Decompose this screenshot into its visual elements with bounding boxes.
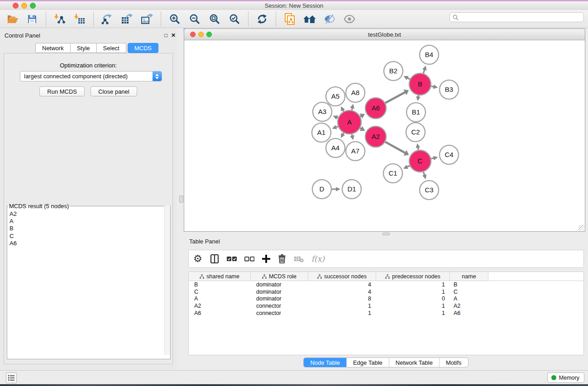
table-settings-icon[interactable]: ⚙ — [193, 253, 202, 265]
table-row[interactable]: A2connector11A2 — [189, 302, 583, 310]
graph-node[interactable]: B — [409, 73, 431, 95]
memory-button[interactable]: Memory — [547, 372, 584, 383]
export-table-icon[interactable] — [120, 11, 135, 27]
graph-node[interactable]: B4 — [420, 45, 439, 64]
select-all-checkboxes-icon[interactable] — [227, 253, 237, 265]
hide-graphics-details-icon[interactable] — [322, 11, 337, 27]
graph-node[interactable]: A8 — [346, 83, 365, 102]
save-session-icon[interactable] — [24, 11, 40, 27]
vertical-splitter-handle[interactable] — [179, 195, 183, 203]
zoom-window-button[interactable] — [30, 3, 36, 9]
mcds-result-item[interactable]: C — [10, 233, 170, 240]
mcds-result-item[interactable]: A2 — [10, 210, 170, 218]
zoom-out-icon[interactable] — [187, 11, 202, 27]
network-view-window[interactable]: testGlobe.txt B4B2BB3A5A8A6B1A3AA1C2A2A4… — [184, 29, 585, 232]
graph-edge[interactable] — [332, 187, 340, 191]
tab-network[interactable]: Network — [35, 43, 71, 53]
graph-edge[interactable] — [416, 95, 421, 101]
graph-edge[interactable] — [350, 104, 354, 110]
graph-node[interactable]: A4 — [326, 138, 345, 157]
tab-motifs[interactable]: Motifs — [439, 358, 468, 367]
column-header-successor-nodes[interactable]: successor nodes — [308, 272, 376, 281]
search-field[interactable] — [449, 12, 584, 22]
result-scrollbar[interactable] — [164, 206, 170, 355]
graph-edge[interactable] — [403, 76, 410, 80]
graph-edge[interactable] — [431, 85, 438, 89]
search-input[interactable] — [460, 13, 583, 21]
main-titlebar[interactable]: Session: New Session — [0, 1, 588, 10]
graph-edge[interactable] — [422, 172, 426, 179]
tab-mcds[interactable]: MCDS — [128, 43, 158, 53]
column-header-shared-name[interactable]: shared name — [189, 272, 251, 281]
refresh-view-icon[interactable] — [254, 11, 270, 27]
close-panel-icon[interactable]: ✕ — [171, 33, 176, 38]
graph-edge[interactable] — [422, 66, 426, 73]
graph-edge[interactable] — [385, 142, 409, 156]
network-close-button[interactable] — [190, 32, 196, 37]
column-header-predecessor-nodes[interactable]: predecessor nodes — [376, 272, 450, 281]
show-column-icon[interactable] — [210, 253, 219, 265]
column-header-mcds-role[interactable]: MCDS role — [251, 272, 308, 281]
close-panel-button[interactable]: Close panel — [91, 86, 137, 96]
graph-node[interactable]: A5 — [326, 87, 345, 106]
graph-node[interactable]: C2 — [406, 123, 425, 142]
zoom-in-icon[interactable] — [167, 11, 182, 27]
graph-edge[interactable] — [341, 133, 345, 138]
tab-select[interactable]: Select — [97, 43, 126, 53]
network-zoom-button[interactable] — [206, 32, 212, 37]
resize-grip-icon[interactable] — [578, 225, 584, 231]
show-graphics-details-icon[interactable] — [342, 11, 357, 27]
graph-node[interactable]: D1 — [342, 180, 361, 199]
zoom-selected-icon[interactable] — [227, 11, 242, 27]
export-image-icon[interactable] — [139, 11, 155, 27]
close-window-button[interactable] — [13, 3, 19, 9]
zoom-actual-size-icon[interactable] — [207, 11, 222, 27]
graph-node[interactable]: B3 — [440, 80, 459, 99]
minimize-window-button[interactable] — [21, 3, 27, 9]
mcds-result-item[interactable]: A6 — [10, 240, 170, 247]
graph-edge[interactable] — [350, 134, 354, 140]
delete-row-icon[interactable] — [278, 253, 286, 265]
deselect-all-checkboxes-icon[interactable] — [244, 253, 254, 265]
graph-node[interactable]: A1 — [312, 123, 331, 142]
float-panel-icon[interactable]: □ — [164, 33, 167, 38]
table-row[interactable]: Cdominator41C — [189, 288, 583, 295]
mcds-result-item[interactable]: A — [10, 218, 170, 225]
table-row[interactable]: Adominator80A — [189, 295, 583, 303]
tab-edge-table[interactable]: Edge Table — [346, 358, 389, 367]
graph-edge[interactable] — [385, 90, 409, 103]
graph-edge[interactable] — [333, 115, 338, 119]
table-row[interactable]: Bdominator41B — [189, 281, 583, 288]
mcds-result-list[interactable]: A2ABCA6 — [7, 210, 170, 355]
graph-edge[interactable] — [341, 106, 345, 111]
graph-node[interactable]: D — [312, 180, 331, 199]
run-mcds-button[interactable]: Run MCDS — [39, 86, 85, 96]
network-minimize-button[interactable] — [198, 32, 204, 37]
graph-node[interactable]: A7 — [346, 142, 365, 161]
graph-node[interactable]: A — [338, 110, 361, 134]
network-window-titlebar[interactable]: testGlobe.txt — [184, 29, 585, 40]
add-row-icon[interactable] — [262, 253, 270, 265]
graph-node[interactable]: C1 — [383, 164, 402, 183]
graph-node[interactable]: A3 — [313, 102, 332, 121]
import-network-icon[interactable] — [52, 11, 67, 27]
home-view-icon[interactable] — [302, 11, 317, 27]
graph-node[interactable]: C4 — [440, 145, 459, 164]
tab-network-table[interactable]: Network Table — [389, 358, 439, 367]
graph-node[interactable]: C — [409, 150, 431, 172]
tab-style[interactable]: Style — [71, 43, 97, 53]
mcds-result-item[interactable]: B — [10, 225, 170, 232]
graph-node[interactable]: B2 — [384, 62, 403, 81]
graph-node[interactable]: A2 — [365, 126, 386, 147]
network-canvas[interactable]: B4B2BB3A5A8A6B1A3AA1C2A2A4A7CC4C1C3DD1 — [184, 40, 585, 231]
import-table-icon[interactable] — [72, 11, 87, 27]
graph-node[interactable]: C3 — [420, 181, 439, 200]
graph-edge[interactable] — [431, 156, 438, 161]
export-network-icon[interactable] — [100, 11, 115, 27]
clone-network-icon[interactable] — [282, 11, 297, 27]
optimization-criterion-select[interactable]: largest connected component (directed) — [20, 71, 162, 81]
graph-edge[interactable] — [403, 165, 410, 169]
column-header-name[interactable]: name — [450, 272, 488, 281]
table-row[interactable]: A6connector11A6 — [189, 310, 583, 317]
graph-edge[interactable] — [416, 143, 421, 150]
